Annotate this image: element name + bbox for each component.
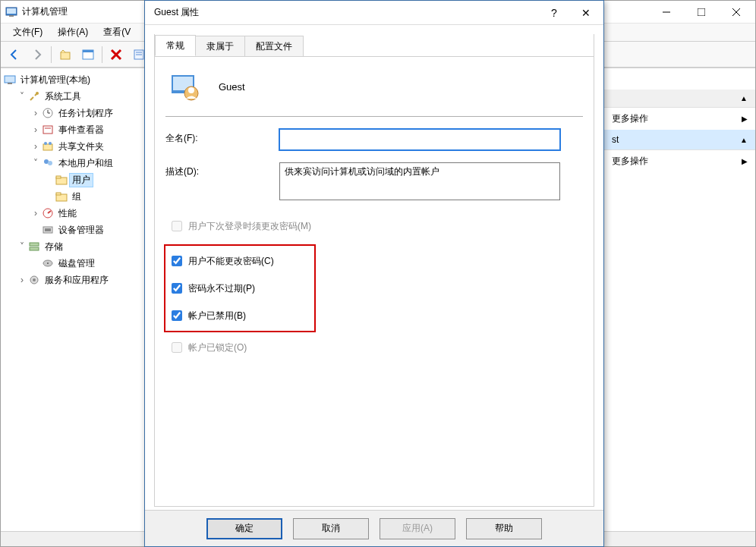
svg-point-45	[188, 87, 194, 93]
help-button[interactable]: ?	[538, 2, 570, 24]
tree-groups[interactable]: 组	[45, 188, 144, 205]
chevron-up-icon: ▲	[740, 136, 748, 144]
tree-local-users-groups[interactable]: ˅本地用户和组	[31, 155, 144, 171]
tree-root[interactable]: 计算机管理(本地)	[4, 71, 144, 88]
svg-point-25	[49, 142, 52, 145]
svg-rect-29	[56, 176, 61, 178]
help-dialog-button[interactable]: 帮助	[466, 518, 542, 539]
checkbox-account-disabled[interactable]: 帐户已禁用(B)	[169, 302, 314, 329]
services-icon	[28, 274, 40, 286]
checkbox-must-change-password: 用户下次登录时须更改密码(M)	[169, 212, 583, 240]
menu-file[interactable]: 文件(F)	[5, 24, 50, 40]
tree-performance[interactable]: ›性能	[31, 205, 144, 222]
separator	[165, 116, 583, 117]
svg-rect-16	[8, 83, 12, 84]
svg-rect-37	[30, 247, 39, 250]
checkbox-account-disabled-box[interactable]	[172, 310, 182, 321]
apply-button[interactable]: 应用(A)	[380, 518, 455, 539]
svg-rect-36	[30, 243, 39, 246]
maximize-button[interactable]	[684, 1, 719, 24]
delete-button[interactable]	[107, 46, 125, 64]
tree-disk-management[interactable]: 磁盘管理	[31, 255, 144, 272]
expand-icon[interactable]: ›	[31, 124, 40, 135]
svg-point-41	[33, 278, 36, 281]
checkbox-account-locked: 帐户已锁定(O)	[169, 334, 583, 361]
tab-general[interactable]: 常规	[155, 35, 196, 56]
ok-button[interactable]: 确定	[206, 518, 282, 539]
disk-icon	[42, 257, 54, 269]
expand-icon[interactable]: ›	[31, 141, 40, 152]
tree-task-scheduler[interactable]: ›任务计划程序	[31, 105, 144, 121]
fullname-input[interactable]	[279, 129, 560, 150]
checkbox-password-never-expires-box[interactable]	[172, 283, 182, 294]
svg-point-39	[47, 262, 49, 264]
actions-header-1[interactable]: ▲	[604, 90, 755, 108]
chevron-up-icon: ▲	[740, 94, 748, 102]
fullname-label: 全名(F):	[165, 129, 279, 145]
forward-button[interactable]	[28, 46, 46, 64]
users-group-icon	[42, 157, 54, 169]
checkbox-must-change-password-box	[172, 221, 182, 231]
svg-rect-35	[45, 228, 51, 231]
checkbox-password-never-expires[interactable]: 密码永不过期(P)	[169, 275, 314, 302]
user-icon	[169, 71, 200, 102]
svg-point-24	[44, 142, 47, 145]
svg-rect-2	[9, 15, 14, 17]
collapse-icon[interactable]: ˅	[17, 241, 27, 252]
tree-device-manager[interactable]: 设备管理器	[31, 222, 144, 238]
clock-icon	[42, 107, 54, 119]
checkbox-cannot-change-password[interactable]: 用户不能更改密码(C)	[169, 247, 314, 275]
expand-icon[interactable]: ›	[31, 208, 40, 218]
dialog-button-row: 确定 取消 应用(A) 帮助	[145, 510, 603, 546]
user-name-label: Guest	[219, 81, 245, 93]
storage-icon	[28, 240, 40, 253]
minimize-button[interactable]	[649, 1, 684, 24]
actions-pane: ▲ 更多操作▶ st▲ 更多操作▶	[603, 68, 755, 531]
tree-shared-folders[interactable]: ›共享文件夹	[31, 138, 144, 155]
expand-icon[interactable]: ›	[31, 108, 40, 118]
svg-rect-31	[56, 193, 61, 195]
collapse-icon[interactable]: ˅	[17, 91, 27, 102]
tools-icon	[28, 90, 40, 102]
tab-member-of[interactable]: 隶属于	[195, 36, 245, 56]
folder-icon	[55, 190, 68, 203]
dialog-close-button[interactable]: ✕	[570, 2, 602, 24]
expand-icon[interactable]: ›	[17, 275, 27, 285]
main-title-text: 计算机管理	[22, 5, 68, 18]
checkbox-account-locked-box	[172, 342, 182, 353]
tree-system-tools[interactable]: ˅ 系统工具	[17, 88, 144, 105]
actions-header-selected[interactable]: st▲	[604, 130, 755, 150]
svg-point-17	[36, 92, 39, 95]
guest-properties-dialog: Guest 属性 ? ✕ 常规 隶属于 配置文件 Guest 全名(F): 描	[144, 0, 604, 547]
computer-icon	[4, 74, 16, 86]
description-input[interactable]	[279, 162, 560, 200]
svg-rect-7	[61, 52, 70, 59]
collapse-icon[interactable]: ˅	[31, 158, 40, 168]
dialog-title-bar: Guest 属性 ? ✕	[145, 1, 603, 25]
back-button[interactable]	[5, 46, 24, 64]
dialog-title-text: Guest 属性	[154, 6, 199, 19]
chevron-right-icon: ▶	[742, 157, 748, 165]
device-icon	[42, 224, 54, 236]
action-more-1[interactable]: 更多操作▶	[604, 108, 755, 130]
close-button[interactable]	[719, 1, 754, 24]
action-more-2[interactable]: 更多操作▶	[604, 150, 755, 172]
tree-users[interactable]: 用户	[45, 171, 144, 188]
tree-event-viewer[interactable]: ›事件查看器	[31, 121, 144, 138]
tab-profile[interactable]: 配置文件	[244, 36, 304, 56]
checkbox-cannot-change-password-box[interactable]	[172, 256, 182, 266]
show-hide-tree-button[interactable]	[79, 46, 97, 64]
chevron-right-icon: ▶	[742, 115, 748, 123]
svg-point-27	[48, 161, 52, 165]
tree-storage[interactable]: ˅存储	[17, 238, 144, 255]
cancel-button[interactable]: 取消	[293, 518, 369, 539]
svg-rect-21	[43, 126, 52, 134]
up-button[interactable]	[56, 46, 74, 64]
event-icon	[42, 124, 54, 136]
menu-action[interactable]: 操作(A)	[50, 24, 96, 40]
svg-rect-23	[43, 144, 52, 150]
svg-rect-4	[698, 8, 705, 16]
menu-view[interactable]: 查看(V	[96, 24, 138, 40]
tree-services-apps[interactable]: ›服务和应用程序	[17, 272, 144, 288]
description-label: 描述(D):	[165, 162, 279, 178]
